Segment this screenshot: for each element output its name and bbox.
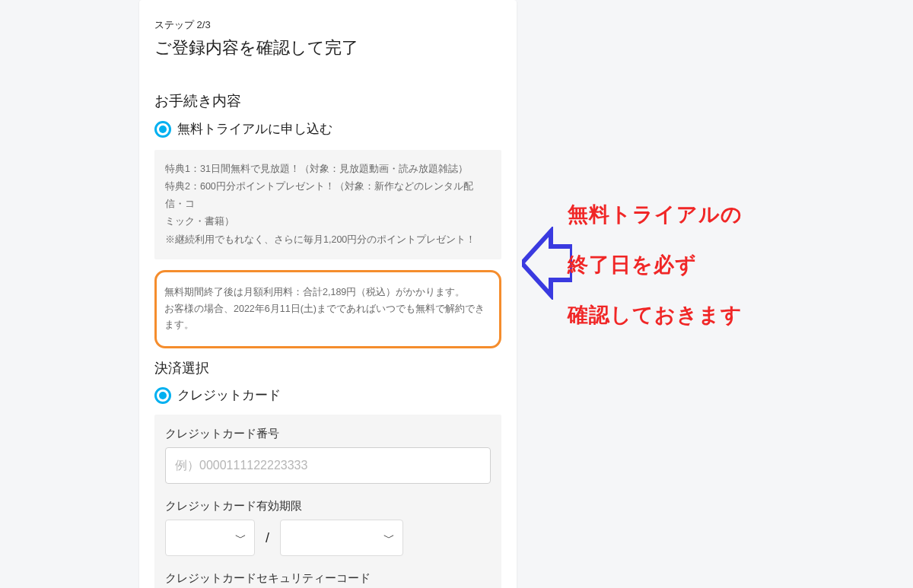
notice-line: お客様の場合、2022年6月11日(土)までであればいつでも無料で解約できます。 [164, 301, 491, 335]
svg-marker-0 [522, 231, 572, 295]
card-number-input[interactable] [165, 447, 491, 484]
trial-end-notice: 無料期間終了後は月額利用料：合計2,189円（税込）がかかります。 お客様の場合… [154, 270, 501, 349]
expiry-label: クレジットカード有効期限 [165, 499, 491, 513]
callout-arrow-icon [522, 227, 572, 300]
security-code-label: クレジットカードセキュリティーコード [165, 571, 491, 586]
trial-radio-row[interactable]: 無料トライアルに申し込む [154, 120, 501, 138]
radio-selected-icon [154, 387, 171, 404]
card-number-label: クレジットカード番号 [165, 427, 491, 441]
procedure-heading: お手続き内容 [154, 91, 501, 111]
chevron-down-icon: ﹀ [235, 531, 247, 545]
step-indicator: ステップ 2/3 [154, 18, 501, 32]
annotation-text: 無料トライアルの 終了日を必ず 確認しておきます [568, 189, 743, 340]
benefit-line: 特典1：31日間無料で見放題！（対象：見放題動画・読み放題雑誌） [165, 161, 491, 178]
benefit-line: 特典2：600円分ポイントプレゼント！（対象：新作などのレンタル配信・コ [165, 178, 491, 213]
expiry-year-select[interactable]: ﹀ [280, 520, 403, 556]
benefit-line: ミック・書籍） [165, 213, 491, 230]
trial-radio-label: 無料トライアルに申し込む [177, 120, 332, 138]
annotation-line: 無料トライアルの [568, 189, 743, 240]
page-title: ご登録内容を確認して完了 [154, 37, 501, 59]
notice-line: 無料期間終了後は月額利用料：合計2,189円（税込）がかかります。 [164, 284, 491, 301]
expiry-slash: / [266, 530, 269, 546]
chevron-down-icon: ﹀ [383, 531, 395, 545]
payment-select-heading: 決済選択 [154, 359, 501, 377]
benefits-box: 特典1：31日間無料で見放題！（対象：見放題動画・読み放題雑誌） 特典2：600… [154, 150, 501, 259]
credit-radio-label: クレジットカード [177, 386, 281, 404]
annotation-line: 確認しておきます [568, 290, 743, 340]
credit-radio-row[interactable]: クレジットカード [154, 386, 501, 404]
expiry-month-select[interactable]: ﹀ [165, 520, 255, 556]
benefit-line: ※継続利用でもれなく、さらに毎月1,200円分のポイントプレゼント！ [165, 231, 491, 249]
annotation-line: 終了日を必ず [568, 240, 743, 290]
registration-card: ステップ 2/3 ご登録内容を確認して完了 お手続き内容 無料トライアルに申し込… [139, 0, 517, 588]
payment-form: クレジットカード番号 クレジットカード有効期限 ﹀ / ﹀ クレジットカードセキ… [154, 415, 501, 588]
radio-selected-icon [154, 121, 171, 138]
